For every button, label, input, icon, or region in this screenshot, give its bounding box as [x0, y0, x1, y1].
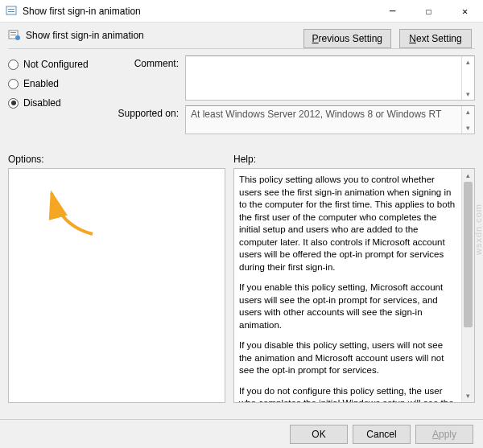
previous-setting-button[interactable]: Previous Setting: [303, 29, 391, 48]
options-panel: [8, 168, 225, 403]
scrollbar[interactable]: ▴ ▾: [461, 56, 474, 100]
maximize-button[interactable]: ☐: [411, 0, 447, 23]
radio-disabled[interactable]: Disabled: [8, 97, 105, 109]
options-label: Options:: [8, 154, 225, 165]
policy-title: Show first sign-in animation: [26, 30, 144, 41]
help-label: Help:: [233, 154, 475, 165]
help-paragraph: This policy setting allows you to contro…: [239, 174, 458, 273]
scrollbar[interactable]: ▴ ▾: [461, 106, 474, 134]
next-setting-button[interactable]: Next Setting: [399, 29, 472, 48]
window-icon: [5, 5, 18, 18]
radio-not-configured[interactable]: Not Configured: [8, 59, 105, 70]
supported-on-label: Supported on:: [113, 105, 179, 134]
help-paragraph: If you disable this policy setting, user…: [239, 339, 458, 377]
radio-icon: [8, 98, 19, 109]
scroll-up-icon: ▴: [462, 56, 474, 68]
supported-on-value: At least Windows Server 2012, Windows 8 …: [185, 105, 475, 134]
svg-rect-0: [6, 6, 16, 14]
watermark: wsxdn.com: [473, 203, 483, 254]
scrollbar-thumb[interactable]: [464, 182, 473, 327]
scroll-up-icon: ▴: [462, 106, 474, 117]
radio-label: Not Configured: [23, 59, 89, 70]
svg-rect-2: [8, 11, 14, 12]
svg-rect-5: [10, 35, 16, 35]
comment-label: Comment:: [113, 55, 179, 101]
minimize-button[interactable]: ─: [374, 0, 411, 23]
radio-icon: [8, 79, 19, 89]
divider: [8, 48, 475, 49]
apply-button[interactable]: Apply: [415, 425, 473, 444]
close-button[interactable]: ✕: [447, 0, 483, 23]
svg-rect-1: [8, 9, 14, 10]
scroll-down-icon: ▾: [462, 389, 474, 402]
help-paragraph: If you enable this policy setting, Micro…: [239, 282, 458, 331]
radio-label: Enabled: [23, 78, 59, 89]
svg-point-6: [15, 35, 20, 40]
cancel-button[interactable]: Cancel: [353, 425, 411, 444]
help-paragraph: If you do not configure this policy sett…: [239, 385, 458, 403]
svg-rect-4: [10, 32, 16, 33]
comment-textarea[interactable]: ▴ ▾: [185, 55, 475, 101]
window-title: Show first sign-in animation: [23, 6, 374, 17]
help-panel: This policy setting allows you to contro…: [233, 168, 475, 403]
policy-icon: [8, 29, 21, 42]
radio-label: Disabled: [23, 97, 61, 109]
scroll-down-icon: ▾: [462, 122, 474, 134]
radio-enabled[interactable]: Enabled: [8, 78, 105, 89]
scroll-up-icon: ▴: [462, 169, 474, 182]
radio-icon: [8, 60, 19, 70]
scroll-down-icon: ▾: [462, 88, 474, 100]
ok-button[interactable]: OK: [290, 425, 348, 444]
scrollbar[interactable]: ▴ ▾: [461, 169, 474, 402]
